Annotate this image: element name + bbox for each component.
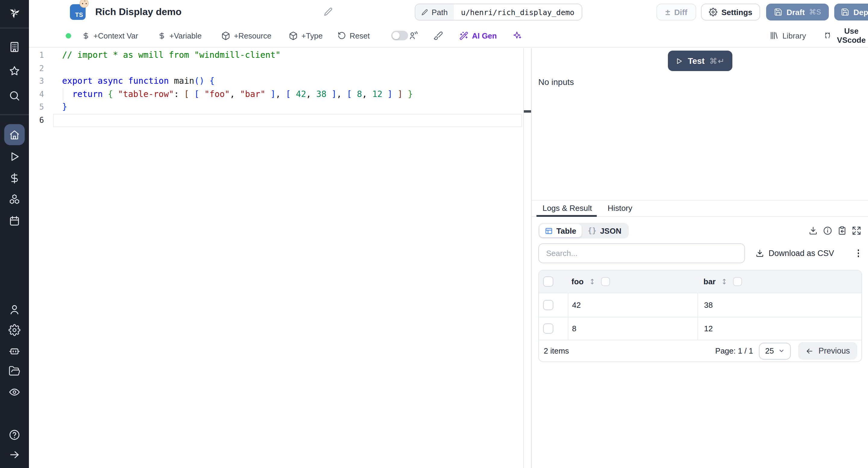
cell-value: 12 xyxy=(704,324,713,333)
ts-badge-label: TS xyxy=(75,11,83,18)
copy-to-clipboard-icon[interactable] xyxy=(837,226,847,235)
gear-icon[interactable] xyxy=(8,324,21,336)
test-button[interactable]: Test ⌘↵ xyxy=(668,51,733,71)
settings-button[interactable]: Settings xyxy=(701,4,760,21)
runs-play-icon[interactable] xyxy=(8,151,21,163)
tab-history[interactable]: History xyxy=(608,201,632,216)
multiplayer-toggle[interactable] xyxy=(391,31,408,40)
add-variable-label: +Variable xyxy=(169,31,202,40)
expand-icon[interactable] xyxy=(852,226,861,235)
library-button[interactable]: Library xyxy=(769,24,806,47)
use-vscode-button[interactable]: Use VScode xyxy=(824,24,868,47)
editor-gutter: 123456 xyxy=(29,49,44,127)
no-inputs-text: No inputs xyxy=(538,77,574,87)
download-result-icon[interactable] xyxy=(808,226,818,235)
table-row[interactable]: 8 12 xyxy=(539,317,861,340)
diff-button[interactable]: ± Diff xyxy=(656,4,696,21)
path-value[interactable]: u/henri/rich_display_demo xyxy=(454,4,582,20)
schedules-calendar-icon[interactable] xyxy=(8,215,21,227)
deploy-button[interactable]: Deploy xyxy=(834,4,868,21)
cell-value: 8 xyxy=(572,324,576,333)
ai-wand-icon xyxy=(459,31,468,40)
tab-logs-and-result[interactable]: Logs & Result xyxy=(542,201,592,216)
path-pencil-icon xyxy=(421,9,428,15)
status-dot xyxy=(66,33,71,38)
column-header-foo[interactable]: foo xyxy=(571,277,584,286)
sparkles-icon[interactable] xyxy=(513,24,522,47)
multiplayer-users-icon[interactable] xyxy=(409,24,418,47)
top-header: TS Rich Display demo Path u/henri/rich_d… xyxy=(29,0,868,24)
table-footer: 2 items Page: 1 / 1 25 Previous xyxy=(539,340,861,361)
page-size-select[interactable]: 25 xyxy=(759,342,791,359)
column-filter-checkbox-foo[interactable] xyxy=(601,277,610,286)
variables-dollar-icon[interactable] xyxy=(8,172,21,184)
kebab-menu-icon[interactable] xyxy=(855,247,861,260)
page-size-value: 25 xyxy=(765,346,774,355)
edit-title-pencil-icon[interactable] xyxy=(324,7,333,16)
download-csv-button[interactable]: Download as CSV xyxy=(755,249,834,258)
column-filter-checkbox-bar[interactable] xyxy=(733,277,742,286)
add-resource-label: +Resource xyxy=(234,31,272,40)
library-label: Library xyxy=(782,31,806,40)
result-table: foo bar 42 38 8 xyxy=(538,270,862,362)
resources-boxes-icon[interactable] xyxy=(8,193,21,205)
result-view-bar: Table {} JSON xyxy=(538,223,861,238)
info-icon[interactable] xyxy=(823,226,832,235)
reset-button[interactable]: Reset xyxy=(338,24,370,47)
cell-value: 42 xyxy=(572,301,581,310)
sort-icon-bar[interactable] xyxy=(720,278,728,286)
result-action-icons xyxy=(808,226,861,235)
expand-sidebar-arrow-icon[interactable] xyxy=(8,449,21,461)
use-vscode-label: Use VScode xyxy=(835,27,868,44)
add-type-button[interactable]: +Type xyxy=(289,24,322,47)
cursor-position-marker xyxy=(524,110,532,113)
row-checkbox[interactable] xyxy=(543,300,553,310)
test-play-icon xyxy=(675,57,683,65)
active-tab-underline xyxy=(536,215,597,217)
previous-page-button[interactable]: Previous xyxy=(798,342,857,360)
path-field[interactable]: Path u/henri/rich_display_demo xyxy=(415,4,582,21)
search-icon[interactable] xyxy=(8,90,21,102)
view-toggle-json[interactable]: {} JSON xyxy=(582,224,627,237)
ai-gen-button[interactable]: AI Gen xyxy=(459,24,497,47)
code-editor[interactable]: 123456 // import * as wmill from "windmi… xyxy=(29,48,532,468)
add-resource-button[interactable]: +Resource xyxy=(221,24,272,47)
page-title: Rich Display demo xyxy=(95,7,181,18)
sidebar xyxy=(0,0,29,468)
user-icon[interactable] xyxy=(8,304,21,315)
library-icon xyxy=(769,31,779,40)
path-label: Path xyxy=(432,7,448,16)
view-toggle: Table {} JSON xyxy=(538,223,629,238)
home-icon xyxy=(8,129,21,141)
windmill-logo[interactable] xyxy=(8,6,21,19)
windmill-script-editor: TS Rich Display demo Path u/henri/rich_d… xyxy=(0,0,868,468)
add-type-label: +Type xyxy=(301,31,322,40)
overview-ruler[interactable] xyxy=(523,48,532,468)
reset-label: Reset xyxy=(350,31,370,40)
search-input[interactable] xyxy=(538,243,745,263)
sidebar-item-home[interactable] xyxy=(4,124,25,145)
cell-value: 38 xyxy=(704,301,713,310)
settings-label: Settings xyxy=(721,7,752,16)
table-view-icon xyxy=(545,227,553,235)
sidebar-divider-top xyxy=(0,28,29,28)
package-icon xyxy=(221,31,230,40)
column-header-bar[interactable]: bar xyxy=(704,277,715,286)
add-context-var-label: +Context Var xyxy=(93,31,138,40)
row-checkbox[interactable] xyxy=(543,324,553,334)
folder-open-icon[interactable] xyxy=(8,365,21,377)
robot-icon[interactable] xyxy=(8,345,21,357)
format-brush-icon[interactable] xyxy=(433,24,443,47)
eye-icon[interactable] xyxy=(8,386,21,398)
add-context-var-button[interactable]: +Context Var xyxy=(82,24,138,47)
table-row[interactable]: 42 38 xyxy=(539,293,861,317)
sort-icon-foo[interactable] xyxy=(588,278,596,286)
select-all-checkbox[interactable] xyxy=(543,276,553,287)
draft-button[interactable]: Draft ⌘S xyxy=(766,4,829,21)
add-variable-button[interactable]: +Variable xyxy=(158,24,202,47)
editor-code[interactable]: // import * as wmill from "windmill-clie… xyxy=(62,49,413,127)
view-toggle-table[interactable]: Table xyxy=(539,224,582,237)
star-icon[interactable] xyxy=(8,65,21,77)
help-icon[interactable] xyxy=(8,429,21,441)
building-icon[interactable] xyxy=(8,41,21,53)
